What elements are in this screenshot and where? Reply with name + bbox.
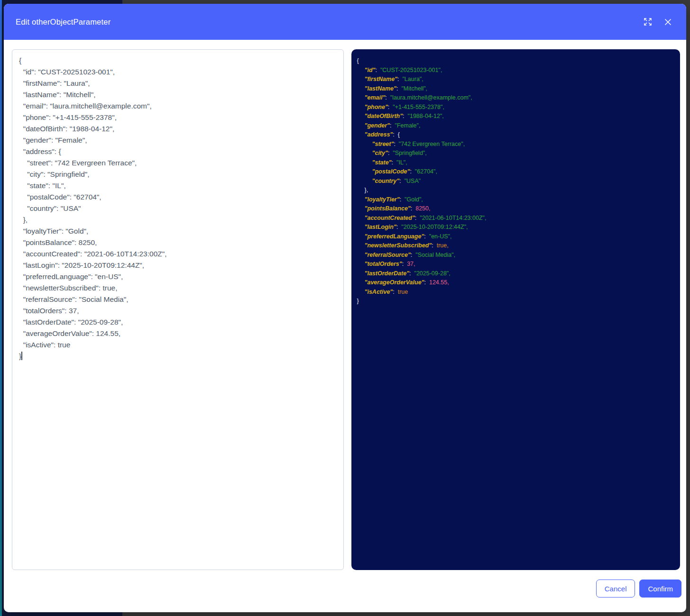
json-line: "referralSource": "Social Media", <box>357 251 675 260</box>
json-line: } <box>357 297 675 306</box>
json-preview-panel: {"id": "CUST-20251023-001","firstName": … <box>351 49 681 570</box>
json-line: "state": "IL", <box>357 158 675 168</box>
json-editor-textarea[interactable]: { "id": "CUST-20251023-001", "firstName"… <box>12 49 344 570</box>
json-line: "lastLogin": "2025-10-20T09:12:44Z", <box>357 223 675 232</box>
modal-header: Edit otherObjectParameter <box>4 4 686 40</box>
json-line: "city": "Springfield", <box>357 149 675 158</box>
json-line: "firstName": "Laura", <box>357 75 675 84</box>
json-line: "phone": "+1-415-555-2378", <box>357 103 675 112</box>
modal-header-actions <box>642 16 674 28</box>
text-cursor <box>21 352 22 360</box>
json-line: "dateOfBirth": "1988-04-12", <box>357 112 675 121</box>
expand-button[interactable] <box>642 16 654 28</box>
json-line: "newsletterSubscribed": true, <box>357 241 675 251</box>
json-line: "isActive": true <box>357 288 675 297</box>
cancel-button[interactable]: Cancel <box>596 580 635 598</box>
json-line: "gender": "Female", <box>357 121 675 131</box>
json-line: "lastOrderDate": "2025-09-28", <box>357 269 675 279</box>
json-line: "lastName": "Mitchell", <box>357 84 675 94</box>
json-line: }, <box>357 186 675 195</box>
json-line: "loyaltyTier": "Gold", <box>357 195 675 205</box>
expand-icon <box>643 17 653 27</box>
confirm-button[interactable]: Confirm <box>639 580 681 598</box>
json-line: "totalOrders": 37, <box>357 260 675 269</box>
json-line: "id": "CUST-20251023-001", <box>357 66 675 75</box>
json-line: "pointsBalance": 8250, <box>357 204 675 214</box>
json-line: { <box>357 56 675 66</box>
left-accent-bar <box>0 0 2 616</box>
modal-title: Edit otherObjectParameter <box>16 18 110 27</box>
json-line: "address": { <box>357 130 675 140</box>
json-editor-text: { "id": "CUST-20251023-001", "firstName"… <box>19 56 167 360</box>
close-icon <box>663 18 672 27</box>
screen-background: Edit otherObjectParameter <box>0 0 690 616</box>
json-line: "email": "laura.mitchell@example.com", <box>357 93 675 103</box>
json-line: "postalCode": "62704", <box>357 167 675 177</box>
close-button[interactable] <box>662 16 674 28</box>
modal-body: { "id": "CUST-20251023-001", "firstName"… <box>4 40 686 570</box>
json-line: "country": "USA" <box>357 177 675 186</box>
json-line: "averageOrderValue": 124.55, <box>357 278 675 288</box>
json-viewer-lines: {"id": "CUST-20251023-001","firstName": … <box>357 56 675 306</box>
modal-footer: Cancel Confirm <box>4 570 686 612</box>
json-line: "accountCreated": "2021-06-10T14:23:00Z"… <box>357 214 675 223</box>
json-line: "preferredLanguage": "en-US", <box>357 232 675 242</box>
edit-parameter-modal: Edit otherObjectParameter <box>4 4 686 612</box>
json-line: "street": "742 Evergreen Terrace", <box>357 140 675 149</box>
